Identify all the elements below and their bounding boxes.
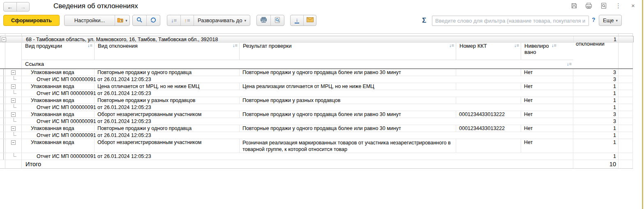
report-variants-button[interactable]: ▾ (115, 15, 129, 26)
cell-filler[interactable] (619, 111, 633, 118)
cell-kkt-number[interactable] (456, 83, 521, 90)
cell-check-result[interactable]: Повторные продажи у разных продавцов (240, 97, 456, 104)
cell-count[interactable]: 1 (573, 125, 619, 132)
cell-count[interactable]: 1 (573, 139, 619, 153)
sort-icon-check-result[interactable] (449, 43, 454, 48)
sort-icon-link[interactable] (567, 62, 572, 66)
cell-count[interactable]: 1 (573, 83, 619, 90)
collapse-item-icon[interactable]: − (11, 112, 16, 117)
cell-filler[interactable] (619, 69, 633, 76)
cell-leveled[interactable]: Нет (521, 97, 573, 104)
cell-report-link[interactable]: Отчет ИС МП 000000091 от 26.01.2024 12:0… (22, 132, 573, 139)
close-icon[interactable]: × (630, 2, 637, 9)
filter-input[interactable] (432, 16, 589, 26)
cell-count[interactable]: 1 (573, 153, 619, 160)
cell-product-type[interactable]: Упакованная вода (22, 139, 95, 153)
cell-deviation-type[interactable]: Повторные продажи у одного продавца (95, 125, 240, 132)
cell-check-result[interactable]: Розничная реализация маркированных товар… (240, 139, 456, 153)
cell-product-type[interactable]: Упакованная вода (22, 111, 95, 118)
cell-count[interactable]: 1 (573, 104, 619, 111)
cell-kkt-number[interactable] (456, 69, 521, 76)
col-header-product-type[interactable]: Вид продукции (22, 42, 95, 60)
cell-deviation-type[interactable]: Повторные продажи у одного продавца (95, 69, 240, 76)
collapse-item-icon[interactable]: − (11, 98, 16, 103)
cell-kkt-number[interactable]: 0001234433013222 (456, 111, 521, 118)
cell-count[interactable]: 10 (573, 160, 619, 168)
cell-leveled[interactable]: Нет (521, 125, 573, 132)
collapse-item-icon[interactable]: − (11, 140, 16, 145)
cell-kkt-number[interactable]: 0001234433013222 (456, 125, 521, 132)
cell-product-type[interactable]: Упакованная вода (22, 83, 95, 90)
cell-kkt-number[interactable] (456, 97, 521, 104)
generate-button[interactable]: Сформировать (3, 15, 60, 26)
cell-deviation-type[interactable]: Повторные продажи у разных продавцов (95, 97, 240, 104)
cell-filler[interactable] (619, 125, 633, 132)
cell-count[interactable]: 3 (573, 118, 619, 125)
toolbar-preview-button[interactable] (270, 15, 284, 26)
cell-filler[interactable] (619, 97, 633, 104)
cell-count[interactable]: 1 (573, 132, 619, 139)
send-mail-button[interactable] (303, 15, 316, 26)
expand-all-button[interactable] (180, 15, 194, 26)
cell-count[interactable]: 3 (573, 111, 619, 118)
collapse-all-button[interactable] (167, 15, 180, 26)
cell-count[interactable]: 1 (573, 97, 619, 104)
cell-check-result[interactable]: Повторные продажи у одного продавца боле… (240, 69, 456, 76)
collapse-item-icon[interactable]: − (11, 70, 16, 75)
save-file-button[interactable]: ↓ (291, 15, 303, 26)
forward-button[interactable]: → (16, 2, 29, 11)
cell-filler[interactable] (619, 160, 633, 168)
collapse-item-icon[interactable]: − (11, 84, 16, 89)
cell-report-link[interactable]: Отчет ИС МП 000000091 от 26.01.2024 12:0… (22, 76, 573, 83)
cell-count[interactable]: 1 (574, 36, 619, 42)
cell-filler[interactable] (619, 132, 633, 139)
cell-count[interactable]: 1 (573, 90, 619, 97)
search-button[interactable] (133, 15, 146, 26)
collapse-group-icon[interactable]: − (2, 37, 6, 42)
cell-product-type[interactable]: Упакованная вода (22, 125, 95, 132)
sort-icon-product-type[interactable] (88, 43, 92, 48)
help-icon[interactable]: ? (592, 16, 596, 23)
cell-filler[interactable] (619, 83, 633, 90)
cell-check-result[interactable]: Повторные продажи у одного продавца боле… (240, 111, 456, 118)
cell-count[interactable]: 3 (573, 76, 619, 83)
more-button[interactable]: Еще▾ (599, 15, 622, 26)
expand-to-button[interactable]: Разворачивать до▾ (194, 15, 250, 26)
cell-address[interactable]: 68 - Тамбовская область, ул. Маяковского… (22, 36, 574, 42)
collapse-item-icon[interactable]: − (11, 126, 16, 131)
print-preview-icon[interactable] (600, 2, 607, 9)
cell-filler[interactable] (619, 139, 633, 153)
cell-count[interactable]: 3 (573, 69, 619, 76)
cell-leveled[interactable]: Нет (521, 139, 573, 153)
cell-deviation-type[interactable]: Оборот незарегистрированным участником (95, 111, 240, 118)
sort-icon-leveled[interactable] (552, 43, 556, 48)
cell-kkt-number[interactable] (456, 139, 521, 153)
col-header-leveled[interactable]: Нивелировано (521, 42, 573, 60)
cell-product-type[interactable]: Упакованная вода (22, 97, 95, 104)
cell-report-link[interactable]: Отчет ИС МП 000000091 от 26.01.2024 12:0… (22, 118, 573, 125)
cell-leveled[interactable]: Нет (521, 111, 573, 118)
cell-leveled[interactable]: Нет (521, 83, 573, 90)
sort-icon-deviation-type[interactable] (233, 43, 238, 48)
cell-report-link[interactable]: Отчет ИС МП 000000091 от 26.01.2024 12:0… (22, 104, 573, 111)
col-header-kkt-number[interactable]: Номер ККТ (456, 42, 521, 60)
cell-filler[interactable] (619, 118, 633, 125)
cell-filler[interactable] (619, 90, 633, 97)
sigma-icon[interactable]: Σ (422, 16, 426, 25)
cell-filler[interactable] (619, 104, 633, 111)
toolbar-print-button[interactable] (257, 15, 270, 26)
back-button[interactable]: ← (4, 2, 16, 11)
cell-total-label[interactable]: Итого (22, 160, 573, 168)
settings-button[interactable]: Настройки... (65, 15, 115, 26)
cell-report-link[interactable]: Отчет ИС МП 000000091 от 26.01.2024 12:0… (22, 153, 573, 160)
save-icon[interactable] (570, 2, 577, 9)
cell-deviation-type[interactable]: Цена отличается от МРЦ, но не ниже ЕМЦ (95, 83, 240, 90)
cell-check-result[interactable]: Цена реализации отличается от МРЦ, но не… (240, 83, 456, 90)
cell-leveled[interactable]: Нет (521, 69, 573, 76)
cell-filler[interactable] (619, 76, 633, 83)
cell-product-type[interactable]: Упакованная вода (22, 69, 95, 76)
col-header-deviation-type[interactable]: Вид отклонения (95, 42, 240, 60)
cell-filler[interactable] (619, 36, 633, 42)
kebab-menu-icon[interactable]: ⋮ (615, 2, 622, 9)
cell-deviation-type[interactable]: Оборот незарегистрированным участником (95, 139, 240, 153)
